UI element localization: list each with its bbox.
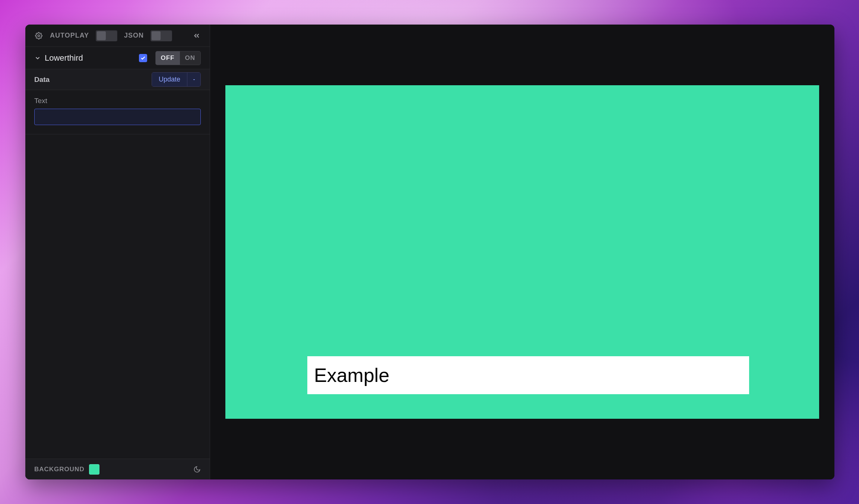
text-field-group: Text [25, 90, 210, 134]
data-row: Data Update [25, 69, 210, 90]
sidebar: AUTOPLAY JSON Lowerthird [25, 25, 210, 479]
sidebar-footer: BACKGROUND [25, 459, 210, 479]
moon-icon [193, 466, 201, 473]
segment-on[interactable]: ON [180, 51, 201, 65]
caret-down-icon [192, 77, 196, 82]
off-on-segmented: OFF ON [155, 51, 201, 65]
collapse-sidebar-button[interactable] [193, 32, 201, 40]
background-color-swatch[interactable] [89, 464, 99, 475]
text-input[interactable] [34, 109, 201, 125]
lowerthird-graphic: Example [307, 356, 749, 394]
section-title: Lowerthird [45, 53, 83, 63]
json-label: JSON [124, 32, 144, 39]
data-label: Data [34, 76, 50, 84]
chevron-double-left-icon [193, 32, 201, 40]
app-window: AUTOPLAY JSON Lowerthird [25, 25, 834, 479]
sidebar-header: AUTOPLAY JSON [25, 25, 210, 47]
text-field-label: Text [34, 97, 201, 105]
theme-toggle-button[interactable] [193, 466, 201, 473]
check-icon [140, 55, 146, 61]
json-toggle[interactable] [150, 30, 172, 41]
update-button-group: Update [152, 72, 201, 87]
background-label: BACKGROUND [34, 466, 85, 473]
autoplay-label: AUTOPLAY [50, 32, 89, 39]
gear-icon [35, 32, 42, 39]
segment-off[interactable]: OFF [156, 51, 180, 65]
update-button[interactable]: Update [152, 73, 187, 86]
section-expand-toggle[interactable] [34, 55, 41, 61]
update-dropdown-button[interactable] [187, 73, 200, 86]
autoplay-toggle[interactable] [96, 30, 117, 41]
lowerthird-text: Example [314, 364, 389, 386]
chevron-down-icon [34, 55, 41, 61]
svg-point-0 [38, 35, 40, 36]
settings-button[interactable] [34, 31, 43, 40]
preview-area: Example [210, 25, 834, 479]
section-enabled-checkbox[interactable] [139, 54, 147, 62]
preview-canvas: Example [225, 85, 819, 419]
section-header: Lowerthird OFF ON [25, 47, 210, 69]
